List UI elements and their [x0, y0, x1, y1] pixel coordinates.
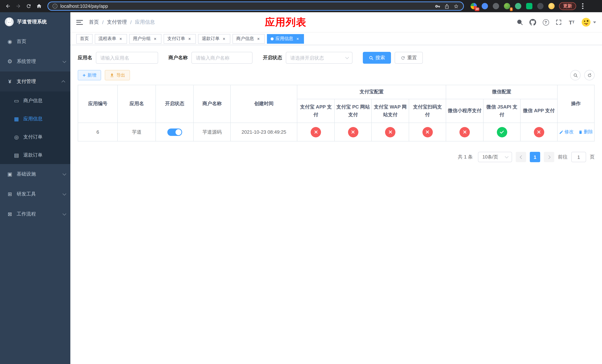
extension-icon[interactable] [515, 3, 521, 9]
extension-icon[interactable] [548, 3, 555, 9]
refresh-icon [401, 55, 405, 60]
tab-label: 支付订单 [167, 36, 185, 42]
browser-update-button[interactable]: 更新 [559, 2, 576, 10]
font-size-icon[interactable]: TT [568, 19, 575, 26]
help-icon[interactable]: ? [542, 19, 549, 26]
tab-user-group[interactable]: 用户分组 [129, 34, 161, 43]
breadcrumb-payment[interactable]: 支付管理 [107, 19, 127, 26]
close-icon[interactable] [118, 36, 123, 41]
sidebar-item-app-info[interactable]: 应用信息 [0, 110, 70, 128]
tab-refund-orders[interactable]: 退款订单 [198, 34, 230, 43]
search-button[interactable]: 搜索 [363, 52, 391, 64]
edit-icon [559, 130, 563, 134]
status-toggle[interactable] [167, 128, 182, 136]
share-icon[interactable] [444, 3, 450, 9]
status-select[interactable] [286, 52, 353, 64]
export-button[interactable]: 导出 [105, 70, 130, 80]
browser-home-button[interactable] [34, 1, 44, 11]
search-icon[interactable] [516, 19, 523, 26]
tab-process-form[interactable]: 流程表单 [95, 34, 127, 43]
col-header-wechat-jsapi: 微信 JSAPI 支付 [483, 99, 520, 123]
page-content: 应用名 商户名称 开启状态 [70, 45, 602, 364]
page-1-button[interactable]: 1 [530, 152, 540, 162]
status-select-input[interactable] [286, 52, 353, 64]
tab-merchant-info[interactable]: 商户信息 [233, 34, 265, 43]
cell-app-name: 芋道 [118, 123, 156, 141]
col-group-wechat: 微信配置 [446, 85, 557, 99]
tab-app-info[interactable]: 应用信息 [267, 34, 304, 43]
sidebar-item-workflow[interactable]: 工作流程 [0, 204, 70, 224]
user-avatar[interactable] [581, 17, 596, 27]
wechat-app-status-icon [534, 127, 544, 137]
github-icon[interactable] [529, 19, 536, 26]
reset-button[interactable]: 重置 [395, 52, 423, 64]
extension-icon[interactable]: 1 [504, 3, 510, 9]
extensions-tray: 10 1 [471, 3, 555, 9]
extension-icon[interactable]: 10 [471, 3, 477, 9]
close-icon[interactable] [152, 36, 158, 41]
tab-home[interactable]: 首页 [76, 34, 93, 43]
apps-table: 应用编号 应用名 开启状态 商户名称 创建时间 支付宝配置 微信配置 操作 支付… [78, 85, 595, 141]
extension-icon[interactable] [526, 3, 532, 9]
grid-icon [13, 116, 20, 122]
browser-back-button[interactable] [3, 1, 13, 11]
filter-form: 应用名 商户名称 开启状态 [78, 52, 595, 64]
tab-label: 商户信息 [236, 36, 254, 42]
sidebar-item-home[interactable]: 首页 [0, 32, 70, 52]
chevron-down-icon [63, 192, 66, 195]
site-info-icon[interactable]: i [53, 4, 57, 9]
browser-forward-button[interactable] [13, 1, 23, 11]
sidebar-item-label: 工作流程 [17, 211, 36, 217]
page-size-select[interactable] [478, 152, 512, 162]
browser-menu-button[interactable] [579, 1, 586, 11]
sidebar-item-pay-orders[interactable]: 支付订单 [0, 128, 70, 146]
extension-logo [482, 3, 488, 9]
sidebar-item-infrastructure[interactable]: 基础设施 [0, 164, 70, 184]
export-button-label: 导出 [116, 72, 125, 78]
page-size-value[interactable] [478, 152, 512, 162]
next-page-button[interactable] [544, 152, 554, 162]
app-name-input[interactable] [96, 52, 158, 64]
extension-logo [493, 3, 499, 9]
sidebar-item-system[interactable]: 系统管理 [0, 52, 70, 72]
extension-icon[interactable] [537, 3, 544, 9]
sidebar-logo[interactable]: 芋道管理系统 [0, 12, 70, 32]
sidebar-toggle-button[interactable] [76, 20, 83, 25]
breadcrumb-home[interactable]: 首页 [89, 19, 99, 26]
password-key-icon[interactable] [435, 3, 440, 9]
sidebar-item-refund-orders[interactable]: 退款订单 [0, 146, 70, 164]
extension-logo [515, 3, 521, 9]
extension-icon[interactable] [482, 3, 488, 9]
chevron-down-icon [63, 212, 66, 215]
tab-label: 应用信息 [275, 36, 293, 42]
close-icon[interactable] [256, 36, 261, 41]
refresh-icon [587, 73, 592, 78]
edit-button[interactable]: 修改 [559, 129, 574, 135]
close-icon[interactable] [221, 36, 226, 41]
sidebar-item-merchant-info[interactable]: 商户信息 [0, 91, 70, 110]
delete-button[interactable]: 删除 [578, 129, 593, 135]
goto-page-input[interactable] [571, 152, 586, 162]
add-button[interactable]: + 新增 [78, 70, 101, 80]
close-icon[interactable] [187, 36, 192, 41]
refresh-table-button[interactable] [584, 70, 595, 80]
close-icon[interactable] [295, 36, 300, 41]
tab-pay-orders[interactable]: 支付订单 [164, 34, 196, 43]
goto-label: 前往 [558, 154, 568, 160]
sidebar-item-dev-tools[interactable]: 研发工具 [0, 184, 70, 204]
breadcrumb: 首页 / 支付管理 / 应用信息 [89, 19, 155, 26]
url-text[interactable]: localhost:1024/pay/app [60, 3, 432, 9]
main-area: 首页 / 支付管理 / 应用信息 应用列表 ? [70, 12, 602, 364]
browser-refresh-button[interactable] [24, 1, 33, 11]
fullscreen-icon[interactable] [555, 19, 562, 26]
sidebar-item-payment[interactable]: 支付管理 [0, 72, 70, 91]
bookmark-star-icon[interactable] [453, 3, 459, 9]
merchant-name-input[interactable] [191, 52, 252, 64]
prev-page-button[interactable] [516, 152, 526, 162]
sidebar-item-label: 退款订单 [23, 152, 43, 158]
address-bar[interactable]: i localhost:1024/pay/app [47, 1, 464, 11]
col-group-alipay: 支付宝配置 [297, 85, 446, 99]
toggle-search-button[interactable] [570, 70, 580, 80]
dashboard-icon [7, 39, 13, 44]
extension-icon[interactable] [493, 3, 499, 9]
